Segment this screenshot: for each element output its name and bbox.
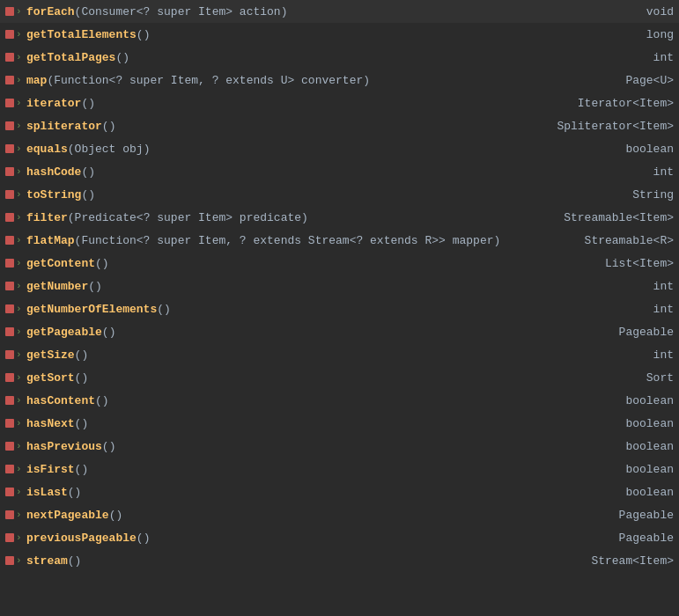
method-row[interactable]: ›getContent()List<Item> [0, 252, 679, 275]
icon-group: › [5, 121, 25, 131]
method-row[interactable]: ›getPageable()Pageable [0, 320, 679, 343]
arrow-icon: › [16, 52, 22, 62]
return-type: Streamable<R> [568, 234, 674, 247]
return-type: int [568, 280, 674, 293]
method-row[interactable]: ›isLast()boolean [0, 480, 679, 503]
icon-group: › [5, 510, 25, 520]
icon-group: › [5, 166, 25, 177]
method-params: () [81, 165, 95, 179]
return-type: Pageable [568, 326, 674, 339]
arrow-icon: › [16, 189, 22, 200]
method-signature: previousPageable() [25, 532, 568, 545]
method-row[interactable]: ›getSort()Sort [0, 366, 679, 389]
method-row[interactable]: ›getTotalElements()long [0, 23, 679, 46]
method-signature: hashCode() [25, 165, 568, 179]
method-row[interactable]: ›getTotalPages()int [0, 46, 679, 69]
method-signature: spliterator() [25, 120, 548, 133]
class-icon [5, 304, 14, 313]
arrow-icon: › [16, 487, 22, 497]
method-name: iterator [26, 97, 81, 110]
method-params: (Function<? super Item, ? extends Stream… [75, 234, 501, 247]
method-row[interactable]: ›iterator()Iterator<Item> [0, 92, 679, 114]
method-name: nextPageable [26, 509, 109, 522]
return-type: int [568, 303, 674, 316]
return-type: Pageable [568, 509, 674, 522]
method-signature: getTotalPages() [25, 51, 568, 64]
icon-group: › [5, 555, 25, 566]
method-name: spliterator [26, 120, 102, 133]
method-row[interactable]: ›toString()String [0, 183, 679, 206]
icon-group: › [5, 258, 25, 268]
method-params: (Function<? super Item, ? extends U> con… [47, 74, 370, 87]
class-icon [5, 7, 14, 16]
method-row[interactable]: ›getSize()int [0, 343, 679, 366]
arrow-icon: › [16, 395, 22, 406]
method-signature: hasPrevious() [25, 440, 568, 453]
method-row[interactable]: ›previousPageable()Pageable [0, 526, 679, 549]
return-type: Sort [568, 371, 674, 385]
class-icon [5, 259, 14, 268]
class-icon [5, 53, 14, 62]
method-name: getPageable [26, 326, 102, 339]
method-row[interactable]: ›stream()Stream<Item> [0, 549, 679, 572]
method-params: (Predicate<? super Item> predicate) [68, 211, 308, 224]
arrow-icon: › [16, 6, 22, 17]
method-name: getTotalElements [26, 28, 137, 41]
method-row[interactable]: ›hasContent()boolean [0, 389, 679, 412]
return-type: Streamable<Item> [555, 211, 674, 224]
method-row[interactable]: ›hasPrevious()boolean [0, 435, 679, 458]
method-params: () [68, 554, 82, 568]
arrow-icon: › [16, 121, 22, 131]
method-row[interactable]: ›hasNext()boolean [0, 412, 679, 435]
method-name: hasContent [26, 394, 95, 407]
method-row[interactable]: ›equals(Object obj)boolean [0, 137, 679, 160]
method-row[interactable]: ›filter(Predicate<? super Item> predicat… [0, 206, 679, 229]
method-row[interactable]: ›getNumber()int [0, 275, 679, 297]
method-row[interactable]: ›spliterator()Spliterator<Item> [0, 114, 679, 137]
class-icon [5, 442, 14, 451]
arrow-icon: › [16, 441, 22, 451]
return-type: boolean [568, 417, 674, 430]
icon-group: › [5, 372, 25, 383]
return-type: Spliterator<Item> [548, 120, 674, 133]
method-signature: equals(Object obj) [25, 143, 568, 156]
return-type: boolean [568, 486, 674, 499]
method-name: getNumber [26, 280, 88, 293]
class-icon [5, 373, 14, 382]
method-row[interactable]: ›isFirst()boolean [0, 458, 679, 480]
method-name: getNumberOfElements [26, 303, 157, 316]
return-type: boolean [568, 143, 674, 156]
icon-group: › [5, 29, 25, 40]
icon-group: › [5, 98, 25, 108]
arrow-icon: › [16, 258, 22, 268]
method-name: hasPrevious [26, 440, 102, 453]
class-icon [5, 327, 14, 336]
method-signature: getContent() [25, 257, 568, 270]
method-signature: nextPageable() [25, 509, 568, 522]
method-signature: iterator() [25, 97, 568, 110]
return-type: long [568, 28, 674, 41]
arrow-icon: › [16, 532, 22, 543]
class-icon [5, 236, 14, 245]
method-params: () [102, 120, 116, 133]
arrow-icon: › [16, 326, 22, 337]
method-params: () [75, 348, 89, 362]
method-row[interactable]: ›getNumberOfElements()int [0, 297, 679, 320]
method-params: () [137, 28, 151, 41]
method-row[interactable]: ›nextPageable()Pageable [0, 503, 679, 526]
arrow-icon: › [16, 349, 22, 360]
method-params: () [75, 417, 89, 430]
method-signature: isLast() [25, 486, 568, 499]
arrow-icon: › [16, 464, 22, 474]
icon-group: › [5, 326, 25, 337]
icon-group: › [5, 212, 25, 223]
method-name: hashCode [26, 165, 81, 179]
class-icon [5, 488, 14, 496]
method-row[interactable]: ›map(Function<? super Item, ? extends U>… [0, 69, 679, 92]
method-row[interactable]: ›flatMap(Function<? super Item, ? extend… [0, 229, 679, 252]
return-type: boolean [568, 440, 674, 453]
arrow-icon: › [16, 212, 22, 223]
method-row[interactable]: ›hashCode()int [0, 160, 679, 183]
return-type: void [568, 5, 674, 18]
method-row[interactable]: ›forEach(Consumer<? super Item> action)v… [0, 0, 679, 23]
